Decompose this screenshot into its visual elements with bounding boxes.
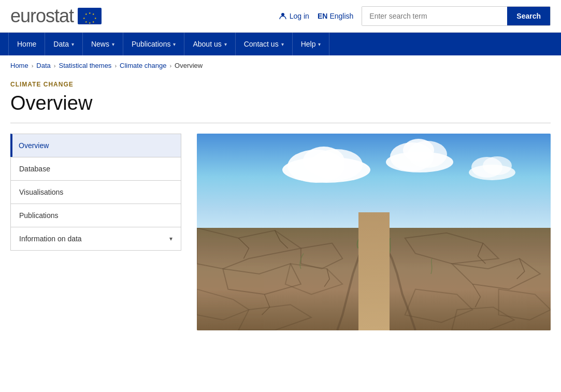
svg-text:★: ★ [92, 13, 95, 16]
svg-point-12 [303, 147, 344, 176]
cloud-small [466, 154, 518, 180]
svg-text:★: ★ [85, 13, 88, 16]
sidebar-item-overview-label: Overview [19, 141, 49, 150]
breadcrumb-separator: › [169, 63, 171, 69]
breadcrumb-separator: › [32, 63, 34, 69]
content-layout: Overview Database Visualisations Publica… [10, 134, 551, 330]
svg-text:★: ★ [85, 21, 88, 23]
svg-text:★: ★ [94, 17, 97, 20]
nav-item-help-label: Help [301, 40, 316, 48]
chevron-down-icon: ▾ [169, 235, 172, 242]
language-selector[interactable]: EN English [318, 12, 353, 20]
hero-image [197, 134, 551, 330]
nav-item-contact[interactable]: Contact us ▾ [236, 33, 293, 55]
svg-point-19 [483, 156, 512, 175]
lang-name: English [329, 12, 353, 20]
person-icon [279, 12, 287, 20]
center-path [358, 212, 390, 330]
breadcrumb-home[interactable]: Home [10, 62, 28, 69]
login-label: Log in [290, 12, 309, 20]
breadcrumb-separator: › [54, 63, 56, 69]
svg-point-16 [403, 139, 434, 162]
search-button[interactable]: Search [507, 7, 550, 25]
svg-text:★: ★ [89, 22, 91, 24]
cloud-large [280, 147, 373, 183]
lang-code: EN [318, 12, 327, 20]
nav-item-data-label: Data [53, 40, 69, 48]
breadcrumb-statistical-themes[interactable]: Statistical themes [59, 62, 112, 69]
nav-item-home-label: Home [17, 40, 36, 48]
breadcrumb-separator: › [114, 63, 117, 69]
nav-item-news-label: News [91, 40, 109, 48]
section-tag: CLIMATE CHANGE [10, 81, 551, 88]
sidebar-item-publications[interactable]: Publications [10, 204, 181, 227]
cloud-medium [383, 139, 456, 172]
breadcrumb-current: Overview [175, 62, 203, 69]
search-input[interactable] [362, 7, 507, 25]
chevron-down-icon: ▾ [281, 41, 284, 47]
sidebar-item-information[interactable]: Information on data ▾ [10, 227, 181, 251]
chevron-down-icon: ▾ [173, 41, 176, 47]
main-content: CLIMATE CHANGE Overview Overview Databas… [0, 76, 561, 351]
breadcrumb-data[interactable]: Data [36, 62, 50, 69]
nav-item-about[interactable]: About us ▾ [184, 33, 235, 55]
nav-item-news[interactable]: News ▾ [83, 33, 123, 55]
header-right: Log in EN English Search [279, 6, 551, 26]
site-header: eurostat ★ ★ ★ ★ ★ ★ ★ ★ Log in EN [0, 0, 561, 33]
logo-text: eurostat [10, 5, 74, 27]
nav-item-contact-label: Contact us [244, 40, 279, 48]
sidebar-item-visualisations[interactable]: Visualisations [10, 180, 181, 204]
chevron-down-icon: ▾ [112, 41, 114, 47]
breadcrumb-climate-change[interactable]: Climate change [120, 62, 166, 69]
nav-item-data[interactable]: Data ▾ [45, 33, 83, 55]
nav-item-about-label: About us [193, 40, 221, 48]
svg-text:★: ★ [83, 17, 85, 20]
chevron-down-icon: ▾ [224, 41, 227, 47]
login-link[interactable]: Log in [279, 12, 309, 20]
sidebar-item-database-label: Database [19, 165, 50, 173]
eu-flag: ★ ★ ★ ★ ★ ★ ★ ★ [78, 8, 102, 24]
nav-item-publications-label: Publications [132, 40, 171, 48]
nav-item-home[interactable]: Home [8, 33, 45, 55]
main-nav: Home Data ▾ News ▾ Publications ▾ About … [0, 33, 561, 55]
search-form: Search [362, 6, 551, 26]
page-title: Overview [10, 92, 551, 123]
svg-text:★: ★ [89, 12, 91, 14]
nav-item-help[interactable]: Help ▾ [293, 33, 330, 55]
chevron-down-icon: ▾ [71, 41, 74, 47]
nav-item-publications[interactable]: Publications ▾ [123, 33, 185, 55]
sidebar-item-publications-label: Publications [19, 211, 59, 220]
chevron-down-icon: ▾ [318, 41, 321, 47]
svg-point-8 [281, 13, 284, 16]
sidebar-item-information-label: Information on data [19, 235, 82, 243]
sidebar-item-database[interactable]: Database [10, 157, 181, 180]
sidebar-item-visualisations-label: Visualisations [19, 188, 63, 196]
svg-text:★: ★ [92, 21, 95, 23]
sidebar-item-overview[interactable]: Overview [10, 134, 181, 157]
breadcrumb: Home › Data › Statistical themes › Clima… [0, 55, 561, 76]
site-logo[interactable]: eurostat ★ ★ ★ ★ ★ ★ ★ ★ [10, 5, 102, 27]
sidebar: Overview Database Visualisations Publica… [10, 134, 181, 330]
